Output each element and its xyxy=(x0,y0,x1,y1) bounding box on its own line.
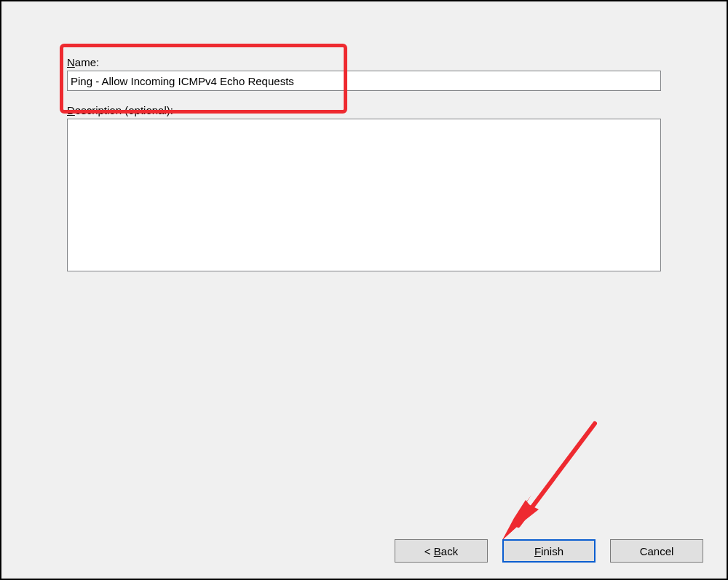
finish-button[interactable]: Finish xyxy=(502,539,596,563)
description-label: Description (optional): xyxy=(67,104,661,116)
back-button-prefix: < xyxy=(424,545,434,557)
description-field-group: Description (optional): xyxy=(67,104,661,274)
svg-marker-1 xyxy=(502,495,539,540)
annotation-arrow-icon xyxy=(489,416,606,547)
wizard-button-bar: < Back Finish Cancel xyxy=(1,539,712,563)
name-input[interactable] xyxy=(67,71,661,91)
back-button-mnemonic: B xyxy=(434,545,441,557)
back-button[interactable]: < Back xyxy=(395,539,488,563)
wizard-window: Name: Description (optional): < Back Fin… xyxy=(0,0,728,580)
finish-button-mnemonic: F xyxy=(534,545,541,557)
form-area: Name: Description (optional): xyxy=(67,56,661,274)
description-input[interactable] xyxy=(67,119,661,271)
name-label: Name: xyxy=(67,56,661,68)
svg-line-0 xyxy=(518,424,595,525)
svg-marker-2 xyxy=(502,500,534,540)
back-button-rest: ack xyxy=(441,545,458,557)
finish-button-rest: inish xyxy=(541,545,563,557)
name-field-group: Name: xyxy=(67,56,661,91)
cancel-button[interactable]: Cancel xyxy=(610,539,703,563)
